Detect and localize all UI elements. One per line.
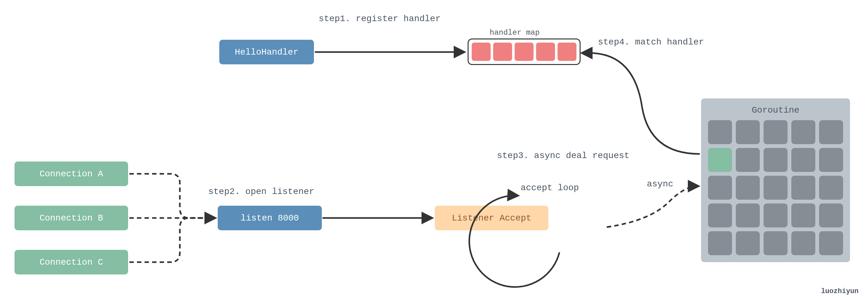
- goroutine-cell: [736, 148, 760, 172]
- handler-map-label: handler map: [490, 28, 539, 37]
- goroutine-cell: [764, 203, 787, 228]
- step4-label: step4. match handler: [598, 37, 704, 47]
- goroutine-title: Goroutine: [708, 105, 843, 115]
- listen-box: listen 8000: [218, 206, 322, 230]
- step1-label: step1. register handler: [319, 14, 440, 24]
- arrow-match-handler: [583, 53, 700, 154]
- listener-accept-box: Listener Accept: [435, 206, 548, 230]
- goroutine-cell: [736, 176, 760, 200]
- goroutine-cell: [791, 120, 815, 144]
- connection-c-box: Connection C: [14, 250, 128, 274]
- arrow-conn-c: [129, 218, 215, 262]
- connection-a-box: Connection A: [14, 162, 128, 186]
- goroutine-cell: [708, 176, 732, 200]
- handler-cell: [515, 42, 533, 61]
- goroutine-cell: [791, 148, 815, 172]
- goroutine-cell: [736, 203, 760, 228]
- goroutine-cell: [764, 148, 787, 172]
- goroutine-grid: [708, 120, 843, 255]
- goroutine-cell: [791, 231, 815, 255]
- handler-cell: [558, 42, 577, 61]
- hello-handler-box: HelloHandler: [219, 40, 314, 64]
- handler-cell: [472, 42, 491, 61]
- goroutine-cell: [819, 148, 843, 172]
- goroutine-cell: [708, 120, 732, 144]
- goroutine-cell: [764, 120, 787, 144]
- async-label: async: [647, 179, 673, 189]
- goroutine-cell: [764, 176, 787, 200]
- goroutine-cell: [764, 231, 787, 255]
- handler-map-container: [468, 38, 581, 65]
- goroutine-cell: [819, 231, 843, 255]
- accept-loop-label: accept loop: [521, 183, 579, 193]
- arrow-async: [607, 186, 698, 227]
- goroutine-cell: [736, 231, 760, 255]
- goroutine-cell: [819, 203, 843, 228]
- handler-cell: [493, 42, 512, 61]
- goroutine-cell: [819, 120, 843, 144]
- step3-label: step3. async deal request: [497, 151, 629, 161]
- goroutine-cell: [791, 176, 815, 200]
- step2-label: step2. open listener: [208, 187, 314, 197]
- watermark: luozhiyun: [821, 288, 859, 295]
- goroutine-cell: [708, 231, 732, 255]
- goroutine-cell: [708, 203, 732, 228]
- goroutine-cell: [736, 120, 760, 144]
- diagram-canvas: step1. register handler step2. open list…: [0, 0, 868, 300]
- arrow-conn-a: [129, 174, 215, 218]
- handler-cell: [536, 42, 555, 61]
- goroutine-cell: [819, 176, 843, 200]
- goroutine-cell: [791, 203, 815, 228]
- goroutine-cell-active: [708, 148, 732, 172]
- goroutine-panel: Goroutine: [701, 98, 850, 262]
- connection-b-box: Connection B: [14, 206, 128, 230]
